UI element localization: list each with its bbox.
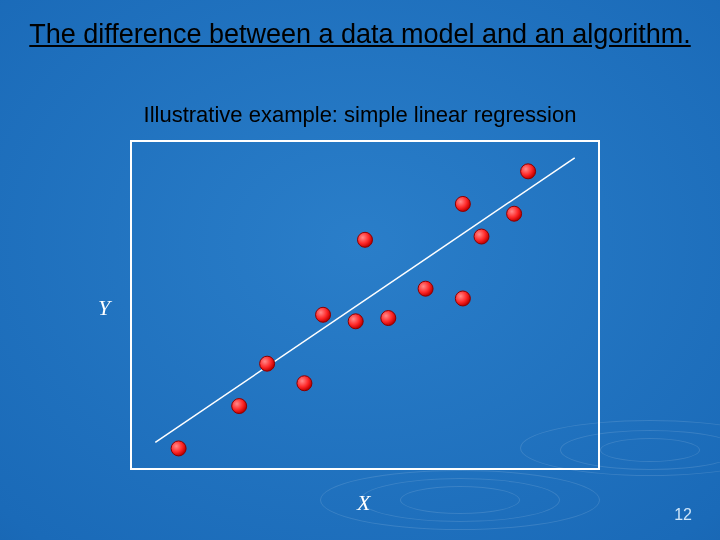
data-point (358, 232, 373, 247)
page-number: 12 (674, 506, 692, 524)
data-point (316, 307, 331, 322)
y-axis-label: Y (98, 295, 110, 321)
slide-subtitle: Illustrative example: simple linear regr… (0, 102, 720, 128)
scatter-plot (130, 140, 600, 470)
data-point (297, 376, 312, 391)
data-point (455, 196, 470, 211)
data-point (171, 441, 186, 456)
data-point (418, 281, 433, 296)
data-point (455, 291, 470, 306)
data-point (474, 229, 489, 244)
data-point (232, 399, 247, 414)
decorative-ripple (400, 486, 520, 514)
x-axis-label: X (357, 490, 370, 516)
data-point (260, 356, 275, 371)
data-point (521, 164, 536, 179)
data-point (381, 311, 396, 326)
plot-svg (132, 142, 598, 468)
decorative-ripple (360, 478, 560, 522)
regression-line (155, 158, 574, 443)
data-point (348, 314, 363, 329)
decorative-ripple (600, 438, 700, 462)
slide-title: The difference between a data model and … (0, 18, 720, 52)
data-point (507, 206, 522, 221)
